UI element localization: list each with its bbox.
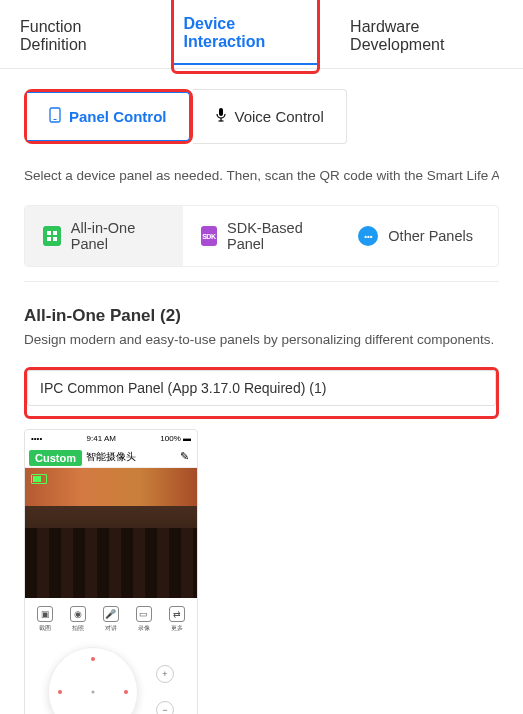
accordion-ipc-common[interactable]: IPC Common Panel (App 3.17.0 Required) (… (27, 370, 496, 406)
svg-rect-1 (54, 119, 57, 120)
svg-rect-5 (47, 231, 51, 235)
phone-icon (49, 107, 61, 126)
description-text: Select a device panel as needed. Then, s… (24, 168, 499, 183)
phone-statusbar: •••• 9:41 AM 100% ▬ (25, 430, 197, 446)
phone-title: 智能摄像头 (86, 450, 136, 464)
subtab-voice-label: Voice Control (235, 108, 324, 125)
phone-ctrl-photo: ◉拍照 (70, 606, 86, 633)
phone-mockup: •••• 9:41 AM 100% ▬ Custom ‹ 智能摄像头 ✎ ▣截图… (24, 429, 198, 714)
panel-type-selector: All-in-One Panel SDK SDK-Based Panel •••… (24, 205, 499, 267)
phone-video-feed (25, 468, 197, 598)
top-tabs: Function Definition Device Interaction H… (0, 0, 523, 69)
panel-type-other[interactable]: ••• Other Panels (340, 206, 498, 266)
phone-ctrl-talk: 🎤对讲 (103, 606, 119, 633)
signal-icon: •••• (31, 434, 42, 443)
subtab-voice-control[interactable]: Voice Control (193, 89, 347, 144)
phone-ctrl-more: ⇄更多 (169, 606, 185, 633)
mic-icon (215, 107, 227, 126)
phone-battery: 100% ▬ (160, 434, 191, 443)
highlight-accordion: IPC Common Panel (App 3.17.0 Required) (… (24, 367, 499, 419)
highlight-device-tab: Device Interaction (171, 0, 321, 74)
tab-hardware-development[interactable]: Hardware Development (350, 0, 503, 68)
user-guide-link[interactable]: User Gui (498, 332, 499, 347)
section-subtitle: Design modern and easy-to-use panels by … (24, 332, 499, 347)
svg-rect-7 (47, 237, 51, 241)
svg-rect-2 (219, 108, 223, 116)
phone-ctrl-record: ▭录像 (136, 606, 152, 633)
tab-function-definition[interactable]: Function Definition (20, 0, 141, 68)
tab-device-interaction[interactable]: Device Interaction (174, 0, 318, 65)
subtab-panel-control[interactable]: Panel Control (27, 92, 190, 141)
svg-rect-8 (53, 237, 57, 241)
section-title: All-in-One Panel (2) (24, 306, 499, 326)
panel-type-other-label: Other Panels (388, 228, 473, 244)
phone-time: 9:41 AM (87, 434, 116, 443)
phone-control-row: ▣截图 ◉拍照 🎤对讲 ▭录像 ⇄更多 (25, 598, 197, 637)
phone-dpad-area: + − (25, 637, 197, 714)
phone-ctrl-screenshot: ▣截图 (37, 606, 53, 633)
panel-card[interactable]: •••• 9:41 AM 100% ▬ Custom ‹ 智能摄像头 ✎ ▣截图… (24, 429, 198, 714)
highlight-panel-control: Panel Control (24, 89, 193, 144)
zoom-in-icon: + (156, 665, 174, 683)
subtab-panel-label: Panel Control (69, 108, 167, 125)
panel-type-allinone-label: All-in-One Panel (71, 220, 165, 252)
panel-type-sdk-label: SDK-Based Panel (227, 220, 322, 252)
dots-icon: ••• (358, 226, 378, 246)
panel-type-sdk[interactable]: SDK SDK-Based Panel (183, 206, 341, 266)
content-area: Panel Control Voice Control Select a dev… (0, 69, 523, 714)
panel-type-allinone[interactable]: All-in-One Panel (25, 206, 183, 266)
video-battery-icon (31, 474, 47, 484)
share-icon: ✎ (180, 450, 189, 463)
dpad-icon (48, 647, 138, 714)
sub-tabs: Panel Control Voice Control (24, 89, 499, 144)
custom-badge: Custom (29, 450, 82, 466)
zoom-out-icon: − (156, 701, 174, 714)
divider (24, 281, 499, 282)
grid-icon (43, 226, 61, 246)
sdk-icon: SDK (201, 226, 217, 246)
svg-rect-6 (53, 231, 57, 235)
